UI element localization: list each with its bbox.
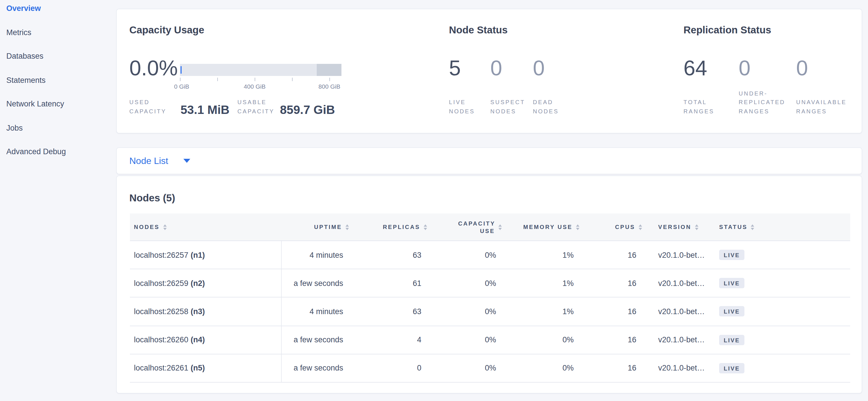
column-header-version[interactable]: VERSION — [644, 224, 713, 230]
status-badge: LIVE — [719, 363, 744, 373]
column-header-status[interactable]: STATUS — [713, 224, 850, 230]
sort-icon — [751, 224, 754, 230]
suspect-nodes-stat: 0 SUSPECT NODES — [490, 58, 528, 116]
used-capacity-value: 53.1 MiB — [181, 103, 229, 117]
status-cell: LIVE — [713, 326, 850, 353]
sort-icon — [345, 224, 349, 230]
table-row[interactable]: localhost:26260(n4) a few seconds 4 0% 0… — [130, 326, 850, 354]
live-nodes-stat: 5 LIVE NODES — [449, 58, 486, 116]
table-row[interactable]: localhost:26257(n1) 4 minutes 63 0% 1% 1… — [130, 241, 850, 269]
sidebar-item-metrics[interactable]: Metrics — [0, 24, 116, 41]
capacity-use-cell: 0% — [429, 241, 504, 269]
cluster-summary-card: Capacity Usage 0.0% 0 GiB 400 GiB 800 Gi… — [116, 9, 862, 134]
column-header-cpus[interactable]: CPUS — [582, 224, 644, 230]
usable-capacity-value: 859.7 GiB — [280, 103, 335, 117]
total-ranges-value: 64 — [683, 58, 724, 79]
sort-icon — [639, 224, 642, 230]
sidebar-item-statements[interactable]: Statements — [0, 71, 116, 89]
sidebar: Overview Metrics Databases Statements Ne… — [0, 0, 116, 401]
under-replicated-ranges-label: UNDER-REPLICATED RANGES — [739, 89, 792, 116]
capacity-use-cell: 0% — [429, 269, 504, 297]
node-address: localhost:26257 — [134, 251, 188, 259]
column-header-label: VERSION — [658, 224, 691, 230]
cpus-cell: 16 — [582, 298, 644, 325]
unavailable-ranges-value: 0 — [796, 58, 856, 79]
column-header-capacity-use[interactable]: CAPACITY USE — [429, 220, 504, 234]
column-header-nodes[interactable]: NODES — [130, 224, 282, 230]
status-badge: LIVE — [719, 335, 744, 345]
column-header-label: STATUS — [719, 224, 748, 230]
node-address: localhost:26258 — [134, 307, 188, 316]
usable-capacity-label: USABLE CAPACITY — [238, 98, 280, 116]
status-badge: LIVE — [719, 306, 744, 317]
status-cell: LIVE — [713, 241, 850, 269]
node-address: localhost:26260 — [134, 336, 188, 344]
uptime-cell: a few seconds — [282, 269, 351, 297]
uptime-cell: 4 minutes — [282, 241, 351, 269]
sidebar-item-network-latency[interactable]: Network Latency — [0, 95, 116, 113]
node-list-dropdown[interactable]: Node List — [117, 148, 862, 174]
table-row[interactable]: localhost:26259(n2) a few seconds 61 0% … — [130, 269, 850, 297]
column-header-replicas[interactable]: REPLICAS — [351, 224, 429, 230]
capacity-use-cell: 0% — [429, 354, 504, 382]
replicas-cell: 63 — [351, 241, 429, 269]
suspect-nodes-value: 0 — [490, 58, 528, 79]
replicas-cell: 61 — [351, 269, 429, 297]
node-name-cell[interactable]: localhost:26258(n3) — [130, 298, 282, 325]
memory-use-cell: 1% — [504, 298, 582, 325]
sort-icon — [424, 224, 427, 230]
capacity-use-cell: 0% — [429, 326, 504, 353]
dead-nodes-label: DEAD NODES — [533, 98, 567, 116]
column-header-label: NODES — [134, 224, 159, 230]
column-header-memory-use[interactable]: MEMORY USE — [504, 224, 582, 230]
dead-nodes-value: 0 — [533, 58, 567, 79]
memory-use-cell: 1% — [504, 241, 582, 269]
column-header-label: MEMORY USE — [523, 224, 572, 230]
memory-use-cell: 0% — [504, 326, 582, 353]
memory-use-cell: 0% — [504, 354, 582, 382]
node-address: localhost:26261 — [134, 364, 188, 373]
under-replicated-ranges-value: 0 — [739, 58, 792, 79]
column-header-label: REPLICAS — [383, 224, 420, 230]
node-name-cell[interactable]: localhost:26259(n2) — [130, 269, 282, 297]
uptime-cell: a few seconds — [282, 354, 351, 382]
node-id: (n4) — [191, 336, 205, 344]
sort-icon — [576, 224, 580, 230]
node-id: (n3) — [191, 307, 205, 316]
cpus-cell: 16 — [582, 269, 644, 297]
sort-icon — [163, 224, 166, 230]
sidebar-item-jobs[interactable]: Jobs — [0, 119, 116, 137]
node-name-cell[interactable]: localhost:26260(n4) — [130, 326, 282, 353]
live-nodes-label: LIVE NODES — [449, 98, 486, 116]
node-list-selector-card: Node List — [116, 147, 862, 174]
node-address: localhost:26259 — [134, 279, 188, 288]
cpus-cell: 16 — [582, 326, 644, 353]
uptime-cell: a few seconds — [282, 326, 351, 353]
capacity-usage-title: Capacity Usage — [129, 24, 204, 36]
unavailable-ranges-label: UNAVAILABLE RANGES — [796, 98, 856, 116]
node-name-cell[interactable]: localhost:26257(n1) — [130, 241, 282, 269]
version-cell: v20.1.0-bet… — [644, 269, 713, 297]
cpus-cell: 16 — [582, 241, 644, 269]
sort-icon — [695, 224, 698, 230]
sidebar-item-databases[interactable]: Databases — [0, 48, 116, 65]
total-ranges-label: TOTAL RANGES — [683, 98, 724, 116]
nodes-table-card: Nodes (5) NODES UPTIME REPLICAS CAPACITY… — [116, 175, 862, 394]
table-row[interactable]: localhost:26261(n5) a few seconds 0 0% 0… — [130, 354, 850, 382]
node-list-dropdown-label: Node List — [129, 155, 168, 166]
version-cell: v20.1.0-bet… — [644, 241, 713, 269]
table-row[interactable]: localhost:26258(n3) 4 minutes 63 0% 1% 1… — [130, 298, 850, 326]
column-header-uptime[interactable]: UPTIME — [282, 224, 351, 230]
node-id: (n2) — [191, 279, 205, 288]
version-cell: v20.1.0-bet… — [644, 326, 713, 353]
column-header-label: UPTIME — [314, 224, 342, 230]
replicas-cell: 63 — [351, 298, 429, 325]
sidebar-item-overview[interactable]: Overview — [0, 0, 116, 17]
chevron-down-icon — [183, 159, 190, 163]
cpus-cell: 16 — [582, 354, 644, 382]
node-name-cell[interactable]: localhost:26261(n5) — [130, 354, 282, 382]
sidebar-item-advanced-debug[interactable]: Advanced Debug — [0, 143, 116, 161]
replicas-cell: 0 — [351, 354, 429, 382]
column-header-label: CAPACITY USE — [458, 220, 495, 234]
uptime-cell: 4 minutes — [282, 298, 351, 325]
